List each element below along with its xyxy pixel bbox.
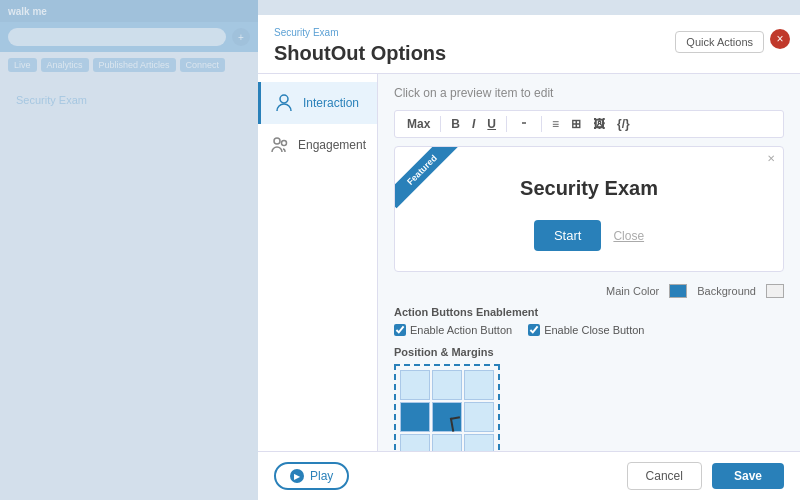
enable-close-label: Enable Close Button: [544, 324, 644, 336]
pos-cell-0-0[interactable]: [400, 370, 430, 400]
enable-close-checkbox[interactable]: [528, 324, 540, 336]
main-color-swatch[interactable]: [669, 284, 687, 298]
position-grid: [394, 364, 500, 451]
checkboxes-row: Enable Action Button Enable Close Button: [394, 324, 784, 336]
save-button[interactable]: Save: [712, 463, 784, 489]
toolbar-code-button[interactable]: {/}: [613, 115, 634, 133]
nav-interaction-label: Interaction: [303, 96, 359, 110]
position-title: Position & Margins: [394, 346, 784, 358]
play-label: Play: [310, 469, 333, 483]
cancel-button[interactable]: Cancel: [627, 462, 702, 490]
toolbar-underline-button[interactable]: U: [483, 115, 500, 133]
action-buttons-title: Action Buttons Enablement: [394, 306, 784, 318]
toolbar-italic-button[interactable]: I: [468, 115, 479, 133]
color-row: Main Color Background: [394, 284, 784, 298]
modal-header: Security Exam ShoutOut Options Quick Act…: [258, 15, 800, 74]
toolbar-image-button[interactable]: 🖼: [589, 115, 609, 133]
main-color-label: Main Color: [606, 285, 659, 297]
toolbar-max-button[interactable]: Max: [403, 115, 434, 133]
card-close-link[interactable]: Close: [613, 229, 644, 243]
editor-toolbar: Max B I U ≡ ⊞ 🖼 {/}: [394, 110, 784, 138]
nav-engagement-label: Engagement: [298, 138, 366, 152]
preview-card[interactable]: Featured ✕ Security Exam Start Close: [394, 146, 784, 272]
pos-cell-0-2[interactable]: [464, 370, 494, 400]
toolbar-grid-button[interactable]: ⊞: [567, 115, 585, 133]
toolbar-sep-1: [440, 116, 441, 132]
toolbar-link-button[interactable]: [513, 115, 535, 133]
card-actions: Start Close: [534, 220, 644, 251]
svg-point-0: [280, 95, 288, 103]
toolbar-sep-2: [506, 116, 507, 132]
pos-cell-1-2[interactable]: [464, 402, 494, 432]
position-grid-wrapper: [394, 364, 500, 451]
shoutout-modal: Security Exam ShoutOut Options Quick Act…: [258, 15, 800, 500]
pos-cell-2-1[interactable]: [432, 434, 462, 451]
pos-cell-1-0[interactable]: [400, 402, 430, 432]
pos-cell-2-0[interactable]: [400, 434, 430, 451]
modal-nav: Interaction Engagement: [258, 74, 378, 451]
background-color-swatch[interactable]: [766, 284, 784, 298]
pos-cell-1-1[interactable]: [432, 402, 462, 432]
modal-body: Interaction Engagement Click on a previe…: [258, 74, 800, 451]
position-section: Position & Margins: [394, 346, 784, 451]
modal-footer: ▶ Play Cancel Save: [258, 451, 800, 500]
close-modal-button[interactable]: ×: [770, 29, 790, 49]
toolbar-bold-button[interactable]: B: [447, 115, 464, 133]
engagement-icon: [270, 134, 290, 156]
enable-action-checkbox[interactable]: [394, 324, 406, 336]
quick-actions-button[interactable]: Quick Actions: [675, 31, 764, 53]
svg-point-1: [274, 138, 280, 144]
enable-close-checkbox-item[interactable]: Enable Close Button: [528, 324, 644, 336]
featured-ribbon-label: Featured: [395, 147, 460, 208]
toolbar-list-button[interactable]: ≡: [548, 115, 563, 133]
nav-item-engagement[interactable]: Engagement: [258, 124, 377, 166]
play-icon: ▶: [290, 469, 304, 483]
pos-cell-2-2[interactable]: [464, 434, 494, 451]
card-x-button[interactable]: ✕: [767, 153, 775, 164]
interaction-icon: [273, 92, 295, 114]
modal-main-content: Click on a preview item to edit Max B I …: [378, 74, 800, 451]
nav-item-interaction[interactable]: Interaction: [258, 82, 377, 124]
card-title: Security Exam: [520, 177, 658, 200]
action-buttons-section: Action Buttons Enablement Enable Action …: [394, 306, 784, 336]
toolbar-sep-3: [541, 116, 542, 132]
enable-action-checkbox-item[interactable]: Enable Action Button: [394, 324, 512, 336]
cursor-icon: [450, 416, 462, 432]
card-start-button[interactable]: Start: [534, 220, 601, 251]
content-hint: Click on a preview item to edit: [394, 86, 784, 100]
svg-point-2: [282, 141, 287, 146]
featured-badge: Featured: [395, 147, 465, 217]
enable-action-label: Enable Action Button: [410, 324, 512, 336]
background-color-label: Background: [697, 285, 756, 297]
play-button[interactable]: ▶ Play: [274, 462, 349, 490]
pos-cell-0-1[interactable]: [432, 370, 462, 400]
